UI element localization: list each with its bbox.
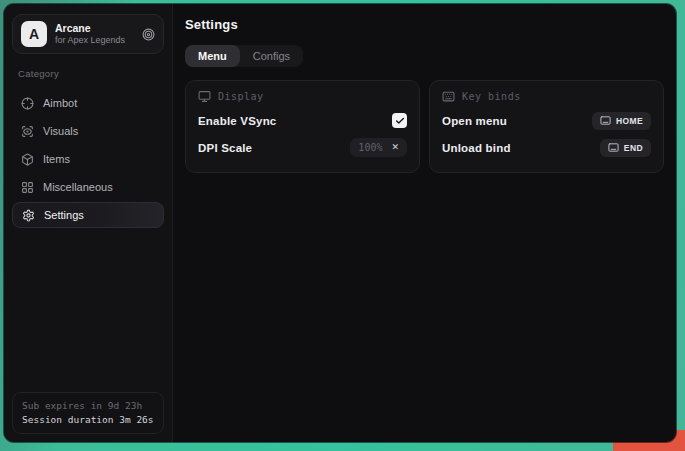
sidebar-item-label: Items: [43, 153, 70, 165]
unload-bind-key: END: [624, 143, 643, 153]
sidebar-item-aimbot[interactable]: Aimbot: [12, 90, 164, 116]
crosshair-icon: [21, 97, 34, 110]
open-menu-key: HOME: [616, 116, 643, 126]
unload-keybind-button[interactable]: END: [600, 139, 651, 157]
vsync-row: Enable VSync: [198, 107, 407, 134]
settings-tabs: Menu Configs: [185, 45, 303, 67]
open-menu-keybind-button[interactable]: HOME: [592, 112, 651, 130]
scan-eye-icon: [21, 125, 34, 138]
keybinds-card: Key binds Open menu HOME Unload bind: [429, 80, 664, 173]
keyboard-icon: [442, 90, 455, 103]
target-icon[interactable]: [142, 28, 155, 41]
sidebar-item-items[interactable]: Items: [12, 146, 164, 172]
tab-menu[interactable]: Menu: [185, 45, 240, 67]
sidebar-item-label: Visuals: [43, 125, 78, 137]
gear-icon: [22, 209, 35, 222]
session-duration-text: Session duration 3m 26s: [22, 413, 154, 427]
sidebar-item-label: Aimbot: [43, 97, 77, 109]
unload-bind-label: Unload bind: [442, 142, 511, 154]
package-icon: [21, 153, 34, 166]
sub-expires-text: Sub expires in 9d 23h: [22, 399, 154, 413]
dpi-scale-value: 100%: [358, 142, 382, 153]
dpi-row: DPI Scale 100% ✕: [198, 134, 407, 161]
open-menu-row: Open menu HOME: [442, 107, 651, 134]
display-card-title: Display: [218, 91, 264, 102]
tab-configs[interactable]: Configs: [240, 45, 303, 67]
app-subtitle: for Apex Legends: [55, 35, 134, 46]
keyboard-icon: [600, 115, 611, 126]
page-title: Settings: [185, 17, 664, 32]
monitor-icon: [198, 90, 211, 103]
sidebar: A Arcane for Apex Legends Category Aimbo…: [4, 4, 173, 442]
close-icon[interactable]: ✕: [391, 143, 399, 152]
sidebar-item-visuals[interactable]: Visuals: [12, 118, 164, 144]
app-header-card: A Arcane for Apex Legends: [12, 14, 164, 54]
open-menu-label: Open menu: [442, 115, 507, 127]
category-label: Category: [18, 68, 158, 79]
app-window: A Arcane for Apex Legends Category Aimbo…: [4, 4, 676, 442]
vsync-checkbox[interactable]: [392, 113, 407, 128]
dpi-label: DPI Scale: [198, 142, 252, 154]
grid-icon: [21, 181, 34, 194]
app-logo: A: [21, 21, 47, 47]
main-content: Settings Menu Configs Display Enable VSy…: [173, 4, 676, 442]
sidebar-item-miscellaneous[interactable]: Miscellaneous: [12, 174, 164, 200]
check-icon: [395, 116, 405, 126]
subscription-info-card: Sub expires in 9d 23h Session duration 3…: [12, 392, 164, 435]
app-title: Arcane: [55, 22, 134, 35]
sidebar-item-settings[interactable]: Settings: [12, 202, 164, 228]
keybinds-card-title: Key binds: [462, 91, 521, 102]
vsync-label: Enable VSync: [198, 115, 276, 127]
display-card: Display Enable VSync DPI Scale 100% ✕: [185, 80, 420, 173]
dpi-scale-input[interactable]: 100% ✕: [350, 138, 407, 157]
sidebar-item-label: Miscellaneous: [43, 181, 113, 193]
unload-bind-row: Unload bind END: [442, 134, 651, 161]
sidebar-item-label: Settings: [44, 209, 84, 221]
keyboard-icon: [608, 142, 619, 153]
